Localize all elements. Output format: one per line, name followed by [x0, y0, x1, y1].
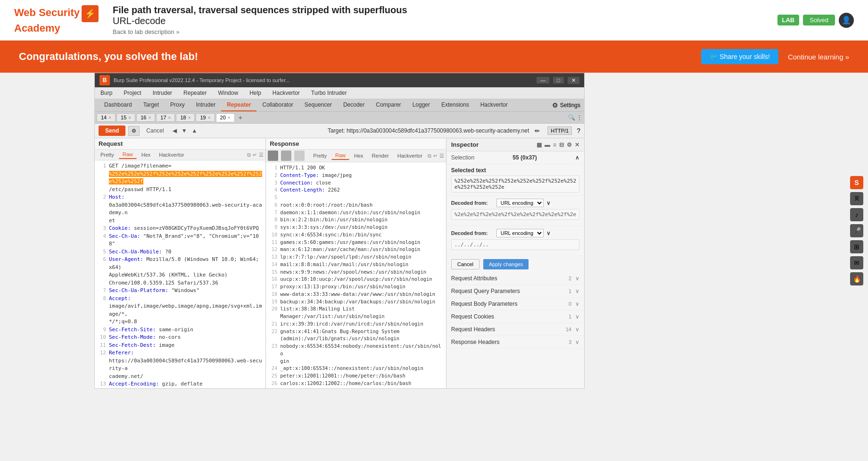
inspector-icon2[interactable]: ▬ [545, 142, 550, 148]
req-tab-raw[interactable]: Raw [119, 151, 137, 159]
tab-19-close[interactable]: × [208, 115, 211, 120]
inspector-response-headers[interactable]: Response Headers 3 ∨ [446, 336, 584, 349]
req-tab-hex[interactable]: Hex [138, 151, 155, 159]
dropdown-button[interactable]: ▲ [190, 126, 199, 135]
continue-learning-button[interactable]: Continue learning » [788, 53, 849, 61]
menu-intruder[interactable]: Intruder [147, 88, 178, 98]
edit-url-icon[interactable]: ✏ [535, 127, 540, 134]
copy-icon[interactable]: ⧉ [247, 152, 251, 158]
rt-btn-grid[interactable]: ⊞ [850, 240, 863, 253]
back-button[interactable]: ◀ [171, 126, 179, 135]
nav2-logger[interactable]: Logger [407, 99, 436, 111]
help-icon[interactable]: ? [577, 127, 580, 134]
tab-15-close[interactable]: × [128, 115, 131, 120]
rt-btn-fire[interactable]: 🔥 [850, 272, 863, 285]
req-tab-pretty[interactable]: Pretty [97, 151, 118, 159]
inspector-request-headers[interactable]: Request Headers 14 ∨ [446, 323, 584, 336]
tab-17-close[interactable]: × [168, 115, 171, 120]
selection-chevron[interactable]: ∧ [575, 154, 579, 161]
nav2-hackvertor[interactable]: Hackvertor [475, 99, 513, 111]
nav2-dashboard[interactable]: Dashboard [99, 99, 138, 111]
share-button[interactable]: 🐦 Share your skills! [701, 49, 778, 64]
tab-17[interactable]: 17× [156, 113, 175, 122]
nav2-sequencer[interactable]: Sequencer [299, 99, 338, 111]
inspector-icon1[interactable]: ▦ [537, 142, 542, 148]
tab-20-close[interactable]: × [228, 115, 231, 120]
menu-project[interactable]: Project [118, 88, 147, 98]
nav2-target[interactable]: Target [138, 99, 165, 111]
tab-18[interactable]: 18× [176, 113, 195, 122]
back-to-lab-link[interactable]: Back to lab description » [113, 28, 763, 35]
rt-btn-mic[interactable]: 🎤 [850, 224, 863, 237]
menu-repeater[interactable]: Repeater [178, 88, 212, 98]
menu-window[interactable]: Window [212, 88, 244, 98]
request-code-area[interactable]: 1 GET /image?filename=%252e%252e%252f%25… [95, 160, 265, 388]
menu-burp[interactable]: Burp [95, 88, 118, 98]
send-button[interactable]: Send [99, 126, 125, 136]
more-icon[interactable]: ☰ [259, 152, 264, 158]
inspector-icons: ▦ ▬ ≡ ⊟ ⚙ ✕ [537, 142, 579, 148]
resp-copy-icon[interactable]: ⧉ [428, 153, 431, 159]
menu-hackvertor[interactable]: Hackvertor [267, 88, 306, 98]
decoded-value-2[interactable]: ../../../.. [451, 239, 579, 250]
nav2-comparer[interactable]: Comparer [370, 99, 406, 111]
settings-icon[interactable]: ⚙ [550, 100, 560, 111]
inspector-request-attributes[interactable]: Request Attributes 2 ∨ [446, 272, 584, 285]
rt-btn-s[interactable]: S [850, 176, 863, 189]
wrap-icon[interactable]: ↵ [253, 152, 257, 158]
apply-changes-button[interactable]: Apply changes [483, 259, 529, 269]
rt-btn-music[interactable]: ♪ [850, 208, 863, 221]
tab-14-close[interactable]: × [108, 115, 111, 120]
nav2-proxy[interactable]: Proxy [165, 99, 190, 111]
inspector-close-icon[interactable]: ✕ [575, 142, 579, 148]
decoded-from-select-2[interactable]: URL encoding [496, 229, 544, 237]
resp-tab-hackvertor[interactable]: Hackvertor [394, 152, 426, 159]
inspector-settings-icon[interactable]: ⚙ [567, 142, 572, 148]
chevron-decoded-2[interactable]: ∨ [546, 230, 551, 236]
add-tab-button[interactable]: + [236, 113, 245, 122]
rt-btn-mail[interactable]: ✉ [850, 256, 863, 269]
close-button[interactable]: ✕ [568, 77, 579, 84]
cancel-request-button[interactable]: Cancel [142, 126, 167, 135]
cancel-changes-button[interactable]: Cancel [451, 259, 479, 269]
http-version-selector[interactable]: HTTP/1 [547, 126, 572, 135]
settings-label[interactable]: Settings [560, 102, 580, 109]
menu-help[interactable]: Help [244, 88, 267, 98]
inspector-divider-icon[interactable]: ⊟ [559, 142, 564, 148]
chevron-decoded-1[interactable]: ∨ [546, 200, 551, 206]
decoded-value-1[interactable]: %2e%2e%2f%2e%2e%2f%2e%2e%2f%2e%2e%2f%2e [451, 209, 579, 220]
menu-turbo-intruder[interactable]: Turbo Intruder [306, 88, 353, 98]
tab-18-close[interactable]: × [188, 115, 191, 120]
resp-tab-raw[interactable]: Raw [331, 151, 349, 160]
response-code-area[interactable]: 1HTTP/1.1 200 OK 2Content-Type: image/jp… [266, 162, 446, 388]
nav2-collaborator[interactable]: Collaborator [256, 99, 298, 111]
req-tab-hackvertor[interactable]: Hackvertor [155, 151, 188, 159]
inspector-align-icon[interactable]: ≡ [553, 142, 556, 148]
nav2-decoder[interactable]: Decoder [338, 99, 370, 111]
forward-button[interactable]: ▼ [180, 126, 189, 135]
nav2-intruder[interactable]: Intruder [190, 99, 221, 111]
maximize-button[interactable]: □ [553, 77, 564, 84]
minimize-button[interactable]: — [537, 77, 549, 84]
tab-19[interactable]: 19× [196, 113, 215, 122]
tab-search-icon[interactable]: 🔍 ⋮ [568, 114, 582, 121]
nav2-repeater[interactable]: Repeater [221, 99, 256, 111]
tab-14[interactable]: 14× [97, 113, 116, 122]
decoded-from-select-1[interactable]: URL encoding [496, 199, 544, 207]
selected-text-value[interactable]: %252e%252e%252f%252e%252e%252f%252e%252e… [451, 176, 579, 193]
inspector-request-body-params[interactable]: Request Body Parameters 0 ∨ [446, 298, 584, 310]
resp-wrap-icon[interactable]: ↵ [433, 153, 438, 159]
resp-tab-render[interactable]: Render [368, 152, 393, 159]
rt-btn-lang[interactable]: 英 [850, 192, 863, 205]
tab-16[interactable]: 16× [136, 113, 155, 122]
resp-tab-hex[interactable]: Hex [350, 152, 367, 159]
tab-15[interactable]: 15× [116, 113, 135, 122]
inspector-request-cookies[interactable]: Request Cookies 1 ∨ [446, 310, 584, 323]
resp-tab-pretty[interactable]: Pretty [309, 152, 331, 159]
inspector-request-query-params[interactable]: Request Query Parameters 1 ∨ [446, 285, 584, 298]
send-options-button[interactable]: ⚙ [128, 126, 140, 136]
nav2-extensions[interactable]: Extensions [436, 99, 475, 111]
tab-20[interactable]: 20× [216, 113, 235, 122]
resp-more-icon[interactable]: ☰ [439, 153, 444, 159]
tab-16-close[interactable]: × [148, 115, 151, 120]
